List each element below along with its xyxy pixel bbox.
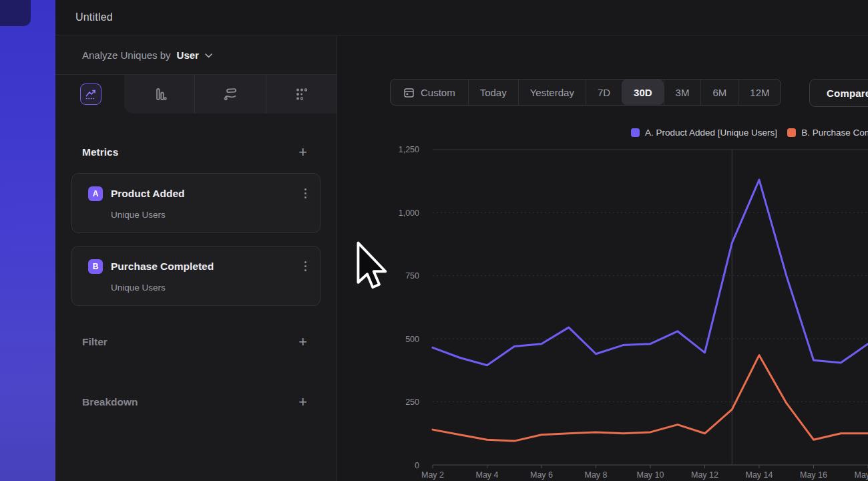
background-gradient-strip <box>0 0 55 481</box>
tab-dot-grid[interactable] <box>266 75 337 114</box>
chevron-down-icon <box>205 53 212 58</box>
y-axis-tick-label: 750 <box>405 271 419 281</box>
kebab-menu-icon[interactable] <box>300 186 310 201</box>
analyze-by-value-dropdown[interactable]: User <box>177 49 199 61</box>
metric-subtitle: Unique Users <box>111 210 310 220</box>
metric-card[interactable]: B Purchase Completed Unique Users <box>71 246 320 306</box>
tab-line-chart-selected[interactable] <box>80 84 101 105</box>
line-chart: 02505007501,0001,250May 2May 4May 6May 8… <box>338 36 868 481</box>
line-chart-icon <box>83 87 98 102</box>
metric-name: Purchase Completed <box>111 261 300 273</box>
x-axis-tick-label: May 10 <box>637 470 664 480</box>
x-axis-tick-label: May 2 <box>421 470 444 480</box>
background-artifact <box>0 0 31 26</box>
y-axis-tick-label: 0 <box>415 461 419 470</box>
x-axis-tick-label: May 14 <box>746 470 773 480</box>
series-line[interactable] <box>433 180 868 365</box>
metric-badge: B <box>88 259 103 274</box>
add-filter-button[interactable]: + <box>298 335 307 349</box>
x-axis-tick-label: May 8 <box>584 470 607 480</box>
bar-chart-icon <box>152 86 168 102</box>
tab-flow-chart[interactable] <box>194 75 265 114</box>
metric-card-list: A Product Added Unique Users B Purchase … <box>55 160 337 306</box>
y-axis-tick-label: 500 <box>405 335 419 344</box>
app-screenshot: Untitled Analyze Uniques by User <box>0 0 868 481</box>
series-line[interactable] <box>433 355 868 441</box>
x-axis-tick-label: May 18 <box>855 470 868 480</box>
y-axis-tick-label: 250 <box>405 397 419 407</box>
query-sidebar: Analyze Uniques by User <box>55 36 337 481</box>
kebab-menu-icon[interactable] <box>300 259 310 274</box>
chart-type-switcher <box>55 75 337 114</box>
metric-card[interactable]: A Product Added Unique Users <box>71 173 320 233</box>
chart-panel: CustomTodayYesterday7D30D3M6M12M Compare… <box>338 36 868 481</box>
y-axis-tick-label: 1,250 <box>399 145 419 154</box>
dot-grid-icon <box>293 86 309 102</box>
metric-badge: A <box>88 186 103 201</box>
analyze-by-label: Analyze Uniques by <box>82 49 171 61</box>
x-axis-tick-label: May 16 <box>800 470 827 480</box>
metrics-section-header: Metrics + <box>55 144 337 160</box>
metric-subtitle: Unique Users <box>111 283 310 293</box>
tab-bar-chart[interactable] <box>124 75 194 114</box>
metric-name: Product Added <box>111 188 300 200</box>
flow-chart-icon <box>222 86 238 102</box>
filter-title: Filter <box>82 336 107 348</box>
chart-type-tab-group <box>124 75 337 114</box>
y-axis-tick-label: 1,000 <box>399 208 419 218</box>
app-window: Untitled Analyze Uniques by User <box>55 0 868 481</box>
metrics-title: Metrics <box>82 146 118 158</box>
add-breakdown-button[interactable]: + <box>298 395 307 409</box>
breakdown-section-header: Breakdown + <box>55 386 337 418</box>
analyze-by-row: Analyze Uniques by User <box>55 36 337 75</box>
add-metric-button[interactable]: + <box>298 146 307 159</box>
x-axis-tick-label: May 6 <box>530 470 553 480</box>
x-axis-tick-label: May 4 <box>475 470 498 480</box>
report-title[interactable]: Untitled <box>75 11 113 23</box>
filter-section-header: Filter + <box>55 326 337 358</box>
app-header: Untitled <box>55 0 868 35</box>
x-axis-tick-label: May 12 <box>691 470 718 480</box>
breakdown-title: Breakdown <box>82 396 138 408</box>
